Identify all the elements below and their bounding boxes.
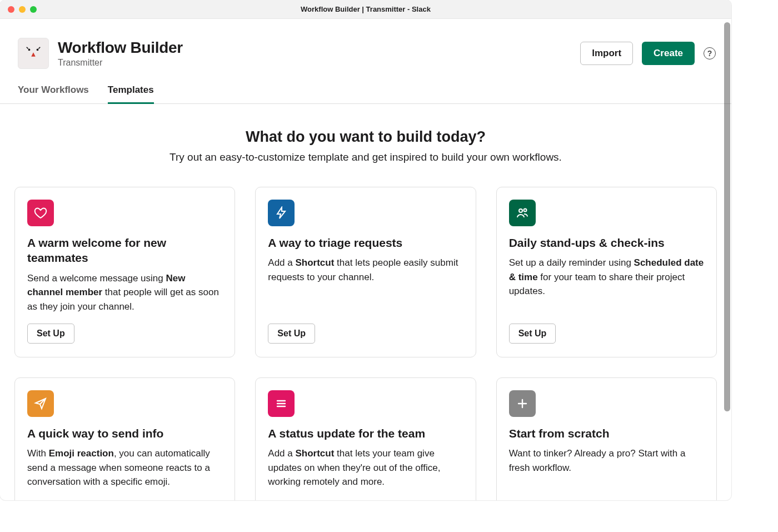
card-title: A status update for the team	[268, 426, 463, 441]
workspace-icon	[18, 38, 49, 69]
svg-line-2	[27, 47, 28, 49]
template-card-welcome: A warm welcome for new teammates Send a …	[14, 187, 235, 357]
svg-point-5	[523, 209, 526, 212]
svg-line-3	[38, 47, 40, 49]
card-description: Send a welcome message using New channel…	[27, 271, 222, 314]
template-card-triage: A way to triage requests Add a Shortcut …	[255, 187, 476, 357]
hero-subtitle: Try out an easy-to-customize template an…	[11, 151, 720, 163]
create-button[interactable]: Create	[642, 42, 695, 65]
card-description: Want to tinker? Already a pro? Start wit…	[509, 446, 704, 475]
card-description: Set up a daily reminder using Scheduled …	[509, 256, 704, 299]
import-button[interactable]: Import	[580, 42, 633, 65]
card-title: A quick way to send info	[27, 426, 222, 441]
list-icon	[268, 390, 295, 417]
workspace-name: Transmitter	[58, 58, 571, 68]
card-title: A warm welcome for new teammates	[27, 235, 222, 266]
header-actions: Import Create ?	[580, 42, 716, 65]
hero: What do you want to build today? Try out…	[0, 104, 731, 179]
card-description: With Emoji reaction, you can automatical…	[27, 446, 222, 489]
lightning-icon	[268, 200, 295, 226]
svg-point-0	[28, 49, 31, 51]
main-content: Workflow Builder Transmitter Import Crea…	[0, 19, 731, 500]
card-title: Daily stand-ups & check-ins	[509, 235, 704, 250]
card-title: A way to triage requests	[268, 235, 463, 250]
scrollbar-thumb[interactable]	[724, 22, 730, 411]
template-card-standup: Daily stand-ups & check-ins Set up a dai…	[496, 187, 717, 357]
heart-icon	[27, 200, 54, 226]
template-card-send-info: A quick way to send info With Emoji reac…	[14, 377, 235, 500]
svg-point-4	[519, 209, 522, 212]
tab-your-workflows[interactable]: Your Workflows	[18, 80, 89, 103]
tab-templates[interactable]: Templates	[108, 80, 154, 103]
hero-title: What do you want to build today?	[11, 128, 720, 146]
paper-plane-icon	[27, 390, 54, 417]
close-window-button[interactable]	[8, 6, 14, 13]
help-icon[interactable]: ?	[704, 47, 716, 59]
people-icon	[509, 200, 536, 226]
setup-button[interactable]: Set Up	[509, 324, 556, 344]
setup-button[interactable]: Set Up	[268, 324, 315, 344]
template-cards: A warm welcome for new teammates Send a …	[0, 179, 731, 500]
minimize-window-button[interactable]	[19, 6, 26, 13]
page-title: Workflow Builder	[58, 39, 571, 57]
setup-button[interactable]: Set Up	[27, 324, 74, 344]
card-description: Add a Shortcut that lets people easily s…	[268, 256, 463, 284]
window-title: Workflow Builder | Transmitter - Slack	[0, 5, 731, 13]
app-window: Workflow Builder | Transmitter - Slack W…	[0, 0, 731, 500]
card-description: Add a Shortcut that lets your team give …	[268, 446, 463, 489]
tabs: Your Workflows Templates	[0, 76, 731, 104]
svg-point-1	[37, 49, 39, 51]
traffic-lights	[8, 6, 37, 13]
titlebar: Workflow Builder | Transmitter - Slack	[0, 0, 731, 19]
maximize-window-button[interactable]	[30, 6, 37, 13]
template-card-status-update: A status update for the team Add a Short…	[255, 377, 476, 500]
page-header: Workflow Builder Transmitter Import Crea…	[0, 19, 731, 76]
template-card-from-scratch: Start from scratch Want to tinker? Alrea…	[496, 377, 717, 500]
header-titles: Workflow Builder Transmitter	[58, 39, 571, 68]
card-title: Start from scratch	[509, 426, 704, 441]
plus-icon	[509, 390, 536, 417]
